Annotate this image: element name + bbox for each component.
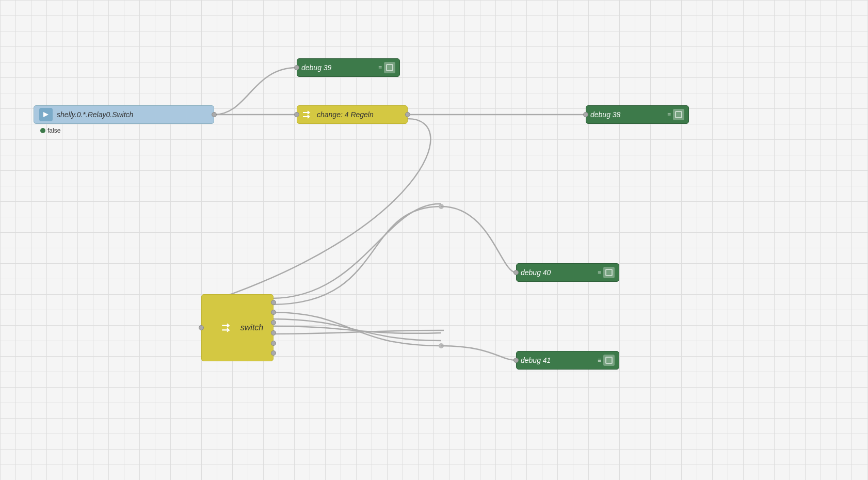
switch-node-label: switch xyxy=(240,323,263,332)
debug38-menu-icon[interactable]: ≡ xyxy=(667,111,671,118)
svg-point-1 xyxy=(439,343,444,348)
debug38-input-port[interactable] xyxy=(583,112,588,117)
flow-canvas[interactable]: shelly.0.*.Relay0.Switch false debug 39 … xyxy=(0,0,868,480)
debug41-toggle[interactable] xyxy=(603,355,615,366)
debug40-label: debug 40 xyxy=(521,268,594,277)
connections-layer xyxy=(0,0,868,480)
svg-marker-2 xyxy=(43,112,49,117)
debug38-toggle-inner xyxy=(675,111,682,118)
svg-point-0 xyxy=(439,204,444,209)
debug39-node[interactable]: debug 39 ≡ xyxy=(297,58,400,77)
input-node-status: false xyxy=(40,127,60,134)
switch-output-port-4[interactable] xyxy=(271,330,276,335)
change-node-label: change: 4 Regeln xyxy=(317,110,401,119)
debug40-toggle-inner xyxy=(605,269,613,276)
switch-output-port-3[interactable] xyxy=(271,320,276,325)
debug40-menu-icon[interactable]: ≡ xyxy=(598,269,601,276)
debug39-menu-icon[interactable]: ≡ xyxy=(378,64,382,71)
input-node-label: shelly.0.*.Relay0.Switch xyxy=(57,110,207,119)
debug40-toggle[interactable] xyxy=(603,267,615,278)
change-shuffle-icon xyxy=(300,108,314,121)
debug38-label: debug 38 xyxy=(590,110,664,119)
switch-output-ports xyxy=(271,295,276,361)
debug38-node[interactable]: debug 38 ≡ xyxy=(586,105,689,124)
switch-output-port-6[interactable] xyxy=(271,350,276,356)
input-arrow-icon xyxy=(39,108,53,121)
debug41-menu-icon[interactable]: ≡ xyxy=(598,357,601,364)
debug41-node[interactable]: debug 41 ≡ xyxy=(516,351,619,370)
switch-output-port-5[interactable] xyxy=(271,341,276,346)
change-output-port[interactable] xyxy=(405,112,410,117)
false-status-dot xyxy=(40,128,45,133)
switch-input-ports xyxy=(199,295,204,361)
debug40-node[interactable]: debug 40 ≡ xyxy=(516,263,619,282)
debug39-label: debug 39 xyxy=(301,63,375,72)
debug38-toggle[interactable] xyxy=(673,109,684,120)
debug39-toggle-inner xyxy=(386,64,393,71)
debug41-label: debug 41 xyxy=(521,356,594,364)
switch-input-port[interactable] xyxy=(199,325,204,330)
debug41-toggle-inner xyxy=(605,357,613,364)
input-node[interactable]: shelly.0.*.Relay0.Switch xyxy=(34,105,214,124)
debug40-input-port[interactable] xyxy=(513,270,519,275)
change-node[interactable]: change: 4 Regeln xyxy=(297,105,408,124)
switch-output-port-1[interactable] xyxy=(271,300,276,305)
change-input-port[interactable] xyxy=(294,112,299,117)
input-node-output-port[interactable] xyxy=(212,112,217,117)
debug41-input-port[interactable] xyxy=(513,358,519,363)
switch-node[interactable]: switch xyxy=(201,294,274,361)
debug39-input-port[interactable] xyxy=(294,65,299,70)
debug39-toggle[interactable] xyxy=(384,62,395,73)
false-status-label: false xyxy=(47,127,60,134)
switch-shuffle-icon xyxy=(220,321,233,334)
switch-output-port-2[interactable] xyxy=(271,310,276,315)
